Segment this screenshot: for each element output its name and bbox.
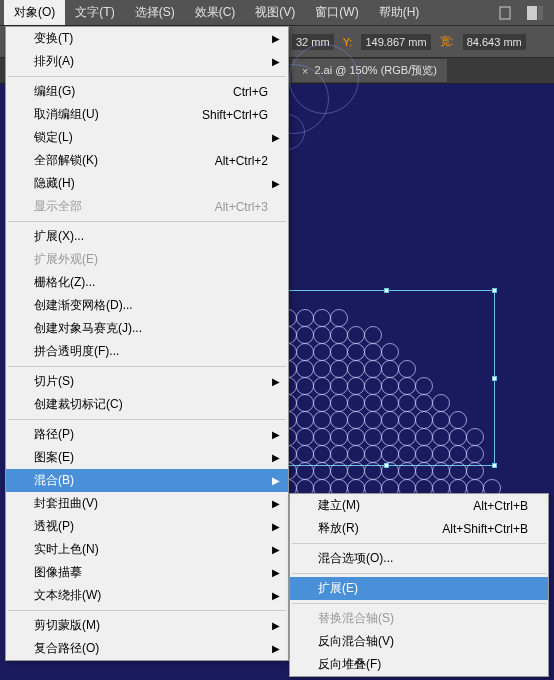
- menu-item-label: 创建对象马赛克(J)...: [34, 320, 142, 337]
- menu-item[interactable]: 图案(E)▶: [6, 446, 288, 469]
- menu-item-label: 路径(P): [34, 426, 74, 443]
- menu-item-label: 图案(E): [34, 449, 74, 466]
- menu-separator: [292, 603, 546, 604]
- menu-select[interactable]: 选择(S): [125, 0, 185, 25]
- menu-item-label: 变换(T): [34, 30, 73, 47]
- menu-separator: [292, 573, 546, 574]
- menu-item[interactable]: 隐藏(H)▶: [6, 172, 288, 195]
- menu-item-label: 图像描摹: [34, 564, 82, 581]
- menu-item[interactable]: 复合路径(O)▶: [6, 637, 288, 660]
- menu-item[interactable]: 扩展(X)...: [6, 225, 288, 248]
- submenu-arrow-icon: ▶: [272, 56, 280, 67]
- menu-object[interactable]: 对象(O): [4, 0, 65, 25]
- svg-rect-1: [527, 6, 537, 20]
- submenu-arrow-icon: ▶: [272, 132, 280, 143]
- menu-item-label: 创建裁切标记(C): [34, 396, 123, 413]
- menu-item[interactable]: 拼合透明度(F)...: [6, 340, 288, 363]
- menu-item[interactable]: 混合(B)▶: [6, 469, 288, 492]
- menu-item-label: 扩展(X)...: [34, 228, 84, 245]
- menu-item[interactable]: 排列(A)▶: [6, 50, 288, 73]
- selection-handle[interactable]: [384, 288, 389, 293]
- menu-item[interactable]: 创建对象马赛克(J)...: [6, 317, 288, 340]
- submenu-arrow-icon: ▶: [272, 643, 280, 654]
- y-value[interactable]: 149.867 mm: [361, 34, 430, 50]
- object-menu: 变换(T)▶排列(A)▶编组(G)Ctrl+G取消编组(U)Shift+Ctrl…: [5, 26, 289, 661]
- submenu-arrow-icon: ▶: [272, 590, 280, 601]
- menu-shortcut: Alt+Ctrl+3: [215, 200, 268, 214]
- menu-item-label: 透视(P): [34, 518, 74, 535]
- menu-item-label: 封套扭曲(V): [34, 495, 98, 512]
- submenu-arrow-icon: ▶: [272, 178, 280, 189]
- menu-window[interactable]: 窗口(W): [305, 0, 368, 25]
- menu-item[interactable]: 锁定(L)▶: [6, 126, 288, 149]
- menu-item[interactable]: 封套扭曲(V)▶: [6, 492, 288, 515]
- menu-item[interactable]: 图像描摹▶: [6, 561, 288, 584]
- menu-item-label: 扩展(E): [318, 580, 358, 597]
- menu-item: 替换混合轴(S): [290, 607, 548, 630]
- menu-item[interactable]: 创建渐变网格(D)...: [6, 294, 288, 317]
- doc-icon[interactable]: [496, 5, 514, 21]
- svg-rect-2: [538, 6, 543, 20]
- submenu-arrow-icon: ▶: [272, 544, 280, 555]
- menu-item[interactable]: 栅格化(Z)...: [6, 271, 288, 294]
- submenu-arrow-icon: ▶: [272, 376, 280, 387]
- menu-shortcut: Shift+Ctrl+G: [202, 108, 268, 122]
- menu-effect[interactable]: 效果(C): [185, 0, 246, 25]
- menu-shortcut: Alt+Ctrl+2: [215, 154, 268, 168]
- selection-handle[interactable]: [492, 288, 497, 293]
- menu-item[interactable]: 全部解锁(K)Alt+Ctrl+2: [6, 149, 288, 172]
- menu-separator: [8, 221, 286, 222]
- menu-item[interactable]: 混合选项(O)...: [290, 547, 548, 570]
- menu-item-label: 文本绕排(W): [34, 587, 101, 604]
- menu-type[interactable]: 文字(T): [65, 0, 124, 25]
- menu-item[interactable]: 释放(R)Alt+Shift+Ctrl+B: [290, 517, 548, 540]
- selection-handle[interactable]: [492, 376, 497, 381]
- selection-handle[interactable]: [492, 463, 497, 468]
- menu-separator: [8, 610, 286, 611]
- menu-separator: [292, 543, 546, 544]
- submenu-arrow-icon: ▶: [272, 33, 280, 44]
- menu-item[interactable]: 变换(T)▶: [6, 27, 288, 50]
- menu-item[interactable]: 透视(P)▶: [6, 515, 288, 538]
- menu-item[interactable]: 创建裁切标记(C): [6, 393, 288, 416]
- menu-separator: [8, 419, 286, 420]
- menu-shortcut: Alt+Shift+Ctrl+B: [442, 522, 528, 536]
- menu-item-label: 排列(A): [34, 53, 74, 70]
- menu-help[interactable]: 帮助(H): [369, 0, 430, 25]
- menu-item-label: 混合(B): [34, 472, 74, 489]
- menubar: 对象(O) 文字(T) 选择(S) 效果(C) 视图(V) 窗口(W) 帮助(H…: [0, 0, 554, 26]
- svg-rect-0: [500, 7, 510, 19]
- menubar-icons: [496, 5, 554, 21]
- menu-item-label: 反向混合轴(V): [318, 633, 394, 650]
- menu-item-label: 锁定(L): [34, 129, 73, 146]
- menu-item[interactable]: 路径(P)▶: [6, 423, 288, 446]
- submenu-arrow-icon: ▶: [272, 429, 280, 440]
- menu-item-label: 切片(S): [34, 373, 74, 390]
- menu-shortcut: Alt+Ctrl+B: [473, 499, 528, 513]
- menu-item[interactable]: 文本绕排(W)▶: [6, 584, 288, 607]
- menu-item[interactable]: 编组(G)Ctrl+G: [6, 80, 288, 103]
- menu-item[interactable]: 反向混合轴(V): [290, 630, 548, 653]
- submenu-arrow-icon: ▶: [272, 498, 280, 509]
- menu-item: 显示全部Alt+Ctrl+3: [6, 195, 288, 218]
- menu-item[interactable]: 建立(M)Alt+Ctrl+B: [290, 494, 548, 517]
- menu-item-label: 创建渐变网格(D)...: [34, 297, 133, 314]
- menu-item-label: 释放(R): [318, 520, 359, 537]
- width-value[interactable]: 84.643 mm: [463, 34, 526, 50]
- menu-item-label: 实时上色(N): [34, 541, 99, 558]
- menu-item[interactable]: 剪切蒙版(M)▶: [6, 614, 288, 637]
- submenu-arrow-icon: ▶: [272, 620, 280, 631]
- layout-icon[interactable]: [526, 5, 544, 21]
- menu-item[interactable]: 取消编组(U)Shift+Ctrl+G: [6, 103, 288, 126]
- menu-separator: [8, 366, 286, 367]
- menu-item[interactable]: 切片(S)▶: [6, 370, 288, 393]
- menu-view[interactable]: 视图(V): [245, 0, 305, 25]
- menu-item-label: 拼合透明度(F)...: [34, 343, 119, 360]
- menu-item[interactable]: 反向堆叠(F): [290, 653, 548, 676]
- submenu-arrow-icon: ▶: [272, 567, 280, 578]
- menu-item-label: 显示全部: [34, 198, 82, 215]
- menu-item[interactable]: 扩展(E): [290, 577, 548, 600]
- blend-object[interactable]: [279, 292, 554, 492]
- menu-item[interactable]: 实时上色(N)▶: [6, 538, 288, 561]
- menu-shortcut: Ctrl+G: [233, 85, 268, 99]
